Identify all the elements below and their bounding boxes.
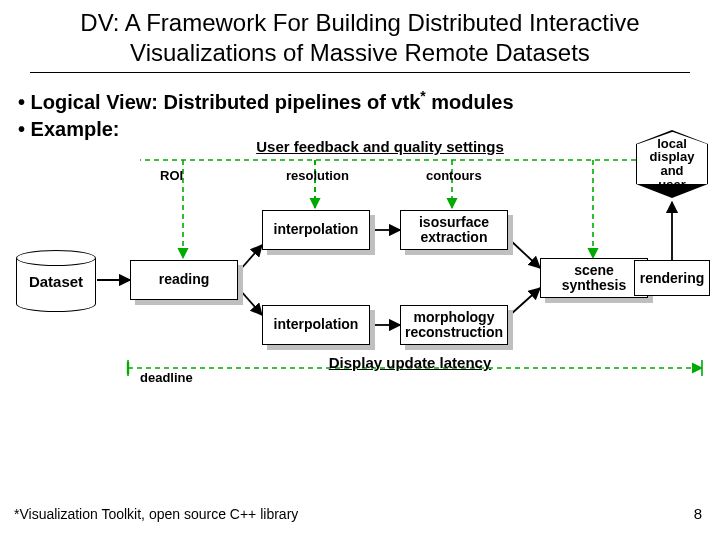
stage-scene-synthesis: scene synthesis <box>540 258 648 298</box>
hex-line-1: local <box>657 137 687 151</box>
title-underline <box>30 72 690 73</box>
svg-line-2 <box>240 290 262 315</box>
stage-reading: reading <box>130 260 238 300</box>
hex-line-2: display <box>650 150 695 164</box>
hex-line-3: and <box>660 164 683 178</box>
latency-deadline: deadline <box>140 370 193 385</box>
svg-line-6 <box>510 288 540 315</box>
pipeline-diagram: User feedback and quality settings ROI r… <box>0 110 720 380</box>
stage-interpolation-2: interpolation <box>262 305 370 345</box>
page-number: 8 <box>694 505 702 522</box>
label-contours: contours <box>426 168 482 183</box>
svg-line-1 <box>240 245 262 270</box>
slide-title: DV: A Framework For Building Distributed… <box>0 8 720 68</box>
stage-rendering: rendering <box>634 260 710 296</box>
stage-isosurface: isosurface extraction <box>400 210 508 250</box>
stage-interpolation-1: interpolation <box>262 210 370 250</box>
svg-line-5 <box>510 240 540 268</box>
label-resolution: resolution <box>286 168 349 183</box>
local-display-hex: local display and user <box>636 130 708 198</box>
hex-line-4: user <box>658 178 685 192</box>
latency-caption: Display update latency <box>280 354 540 371</box>
label-roi: ROI <box>160 168 183 183</box>
dataset-cylinder: Dataset <box>16 250 96 312</box>
feedback-caption: User feedback and quality settings <box>230 138 530 155</box>
footnote: *Visualization Toolkit, open source C++ … <box>14 506 298 522</box>
stage-morphology: morphology reconstruction <box>400 305 508 345</box>
